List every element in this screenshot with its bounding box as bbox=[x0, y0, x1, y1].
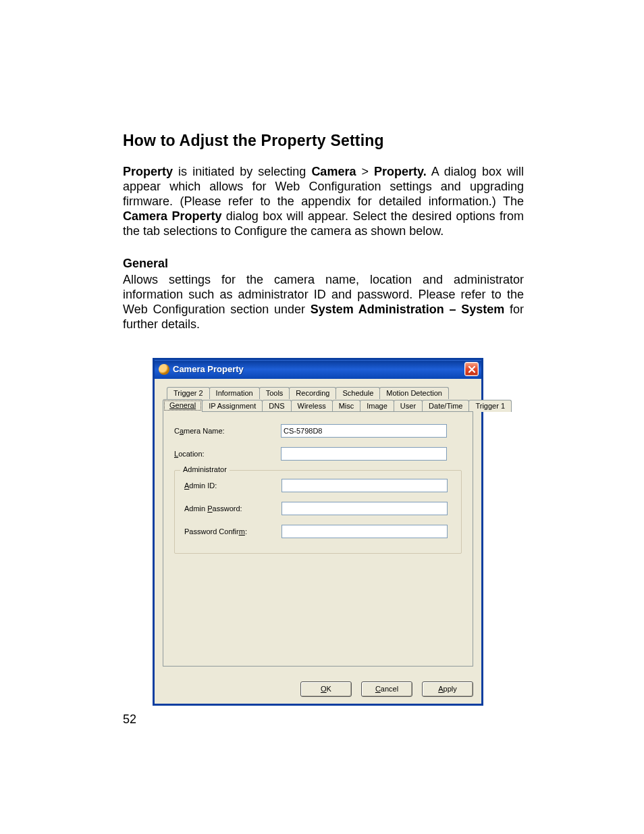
input-location[interactable] bbox=[281, 447, 447, 461]
tab-row-back: Trigger 2 Information Tools Recording Sc… bbox=[163, 386, 473, 399]
tab-wireless[interactable]: Wireless bbox=[291, 400, 333, 412]
text: is initiated by selecting bbox=[173, 165, 311, 178]
paragraph-intro: Property is initiated by selecting Camer… bbox=[123, 165, 524, 239]
paragraph-general: Allows settings for the camera name, loc… bbox=[123, 273, 524, 332]
label-admin-password: Admin Password: bbox=[184, 504, 281, 513]
dialog-footer: OK Cancel Apply bbox=[155, 675, 481, 704]
tab-strip: Trigger 2 Information Tools Recording Sc… bbox=[163, 386, 473, 412]
label-location: Location: bbox=[174, 450, 281, 458]
label-admin-id: Admin ID: bbox=[184, 481, 281, 490]
tab-panel-general: Camera Name: CS-5798D8 Location: Adminis… bbox=[163, 411, 473, 667]
label-camera-name: Camera Name: bbox=[174, 427, 281, 435]
camera-property-dialog: Camera Property Trigger 2 Information To… bbox=[153, 358, 483, 706]
tab-user[interactable]: User bbox=[394, 400, 423, 412]
dialog-client-area: Trigger 2 Information Tools Recording Sc… bbox=[155, 379, 481, 675]
close-icon bbox=[468, 365, 476, 373]
text-bold: Camera Property bbox=[123, 209, 221, 223]
row-admin-password: Admin Password: bbox=[184, 502, 452, 515]
tab-recording[interactable]: Recording bbox=[289, 387, 336, 399]
tab-label: General bbox=[169, 401, 196, 409]
text-bold: System Administration – System bbox=[311, 303, 505, 316]
tab-trigger-1[interactable]: Trigger 1 bbox=[468, 400, 512, 412]
cancel-button[interactable]: Cancel bbox=[361, 681, 412, 697]
label-password-confirm: Password Confirm: bbox=[184, 527, 281, 536]
tab-tools[interactable]: Tools bbox=[259, 387, 290, 399]
ok-button[interactable]: OK bbox=[300, 681, 352, 697]
text-bold: Property. bbox=[374, 165, 427, 178]
input-password-confirm[interactable] bbox=[281, 525, 448, 538]
tab-dns[interactable]: DNS bbox=[262, 400, 291, 412]
page-heading: How to Adjust the Property Setting bbox=[123, 132, 524, 150]
input-admin-id[interactable] bbox=[281, 479, 448, 492]
tab-misc[interactable]: Misc bbox=[332, 400, 361, 412]
tab-schedule[interactable]: Schedule bbox=[336, 387, 380, 399]
input-admin-password[interactable] bbox=[281, 502, 448, 515]
tab-general[interactable]: General bbox=[163, 399, 203, 412]
tab-image[interactable]: Image bbox=[360, 400, 394, 412]
text-bold: Camera bbox=[311, 165, 356, 178]
tab-trigger-2[interactable]: Trigger 2 bbox=[167, 387, 210, 399]
tab-row-front: General IP Assignment DNS Wireless Misc … bbox=[163, 398, 473, 412]
tab-information[interactable]: Information bbox=[209, 387, 260, 399]
text: > bbox=[356, 165, 374, 178]
row-camera-name: Camera Name: CS-5798D8 bbox=[174, 424, 462, 438]
subheading-general: General bbox=[123, 257, 524, 271]
tab-date-time[interactable]: Date/Time bbox=[422, 400, 469, 412]
row-password-confirm: Password Confirm: bbox=[184, 525, 452, 538]
page-number: 52 bbox=[123, 712, 136, 727]
text-bold: Property bbox=[123, 165, 173, 178]
app-icon bbox=[159, 364, 169, 375]
input-camera-name[interactable]: CS-5798D8 bbox=[281, 424, 447, 438]
row-admin-id: Admin ID: bbox=[184, 479, 452, 492]
close-button[interactable] bbox=[464, 362, 479, 376]
apply-button[interactable]: Apply bbox=[422, 681, 473, 697]
tab-motion-detection[interactable]: Motion Detection bbox=[379, 387, 449, 399]
group-legend: Administrator bbox=[180, 465, 230, 473]
titlebar[interactable]: Camera Property bbox=[155, 360, 481, 379]
tab-ip-assignment[interactable]: IP Assignment bbox=[202, 400, 263, 412]
row-location: Location: bbox=[174, 447, 462, 461]
group-administrator: Administrator Admin ID: Admin Password: bbox=[174, 470, 462, 554]
window-title: Camera Property bbox=[173, 364, 464, 374]
